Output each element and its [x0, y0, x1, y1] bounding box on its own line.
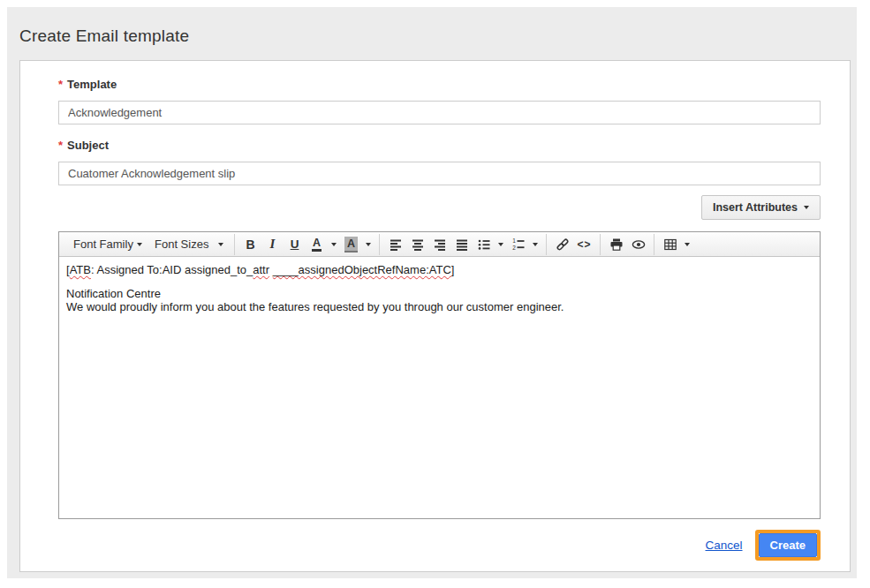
toolbar-group-format: B I U A A: [234, 234, 379, 255]
table-menu-button[interactable]: [681, 235, 693, 254]
table-button[interactable]: [659, 235, 681, 254]
cancel-link[interactable]: Cancel: [706, 539, 743, 552]
align-center-button[interactable]: [406, 235, 428, 254]
italic-icon: I: [270, 237, 276, 252]
template-input[interactable]: [58, 101, 821, 124]
required-asterisk: *: [58, 139, 63, 152]
print-button[interactable]: [605, 235, 627, 254]
numbered-list-button[interactable]: 12: [507, 235, 529, 254]
chevron-down-icon: [685, 243, 690, 246]
template-label: *Template: [58, 78, 821, 91]
svg-text:2: 2: [512, 244, 516, 250]
template-label-text: Template: [67, 78, 117, 91]
editor-line-1: [ATB: Assigned To:AID assigned_to_attr _…: [66, 263, 813, 276]
subject-label-text: Subject: [67, 139, 109, 152]
template-field-group: *Template: [58, 78, 821, 124]
background-color-menu-button[interactable]: [362, 235, 374, 254]
align-left-icon: [389, 237, 403, 252]
preview-button[interactable]: [627, 235, 649, 254]
required-asterisk: *: [58, 78, 63, 91]
form-panel: *Template *Subject Insert Attributes Fon…: [19, 60, 851, 572]
align-right-button[interactable]: [428, 235, 450, 254]
editor-toolbar: Font Family Font Sizes B I U A: [59, 232, 820, 257]
font-family-label: Font Family: [73, 237, 133, 251]
insert-attributes-button[interactable]: Insert Attributes: [701, 195, 821, 220]
toolbar-group-fonts: Font Family Font Sizes: [63, 234, 234, 255]
text-color-menu-button[interactable]: [328, 235, 340, 254]
align-right-icon: [433, 237, 447, 252]
align-justify-icon: [455, 237, 469, 252]
subject-input[interactable]: [58, 162, 821, 185]
underline-button[interactable]: U: [284, 235, 306, 254]
bullet-list-menu-button[interactable]: [495, 235, 507, 254]
bullet-list-icon: [477, 237, 491, 252]
chevron-down-icon: [366, 243, 371, 246]
insert-attributes-row: Insert Attributes: [58, 195, 821, 220]
editor-paragraph-2: Notification CentreWe would proudly info…: [66, 287, 813, 313]
rich-text-editor: Font Family Font Sizes B I U A: [58, 231, 821, 519]
editor-text-segment: attr: [253, 263, 269, 276]
editor-text-segment: : Assigned To:AID assigned_to_: [91, 263, 253, 276]
create-email-template-dialog: Create Email template *Template *Subject…: [7, 7, 857, 578]
insert-link-button[interactable]: [551, 235, 573, 254]
align-center-icon: [411, 237, 425, 252]
background-color-button[interactable]: A: [340, 235, 362, 254]
chevron-down-icon: [218, 243, 223, 246]
bold-icon: B: [246, 237, 254, 252]
underline-icon: U: [291, 237, 299, 251]
svg-text:1: 1: [512, 237, 516, 244]
toolbar-group-table: [654, 234, 698, 255]
toolbar-group-paragraph: 12: [379, 234, 546, 255]
preview-eye-icon: [632, 237, 646, 252]
bullet-list-button[interactable]: [473, 235, 495, 254]
italic-button[interactable]: I: [261, 235, 284, 254]
text-color-button[interactable]: A: [306, 235, 328, 254]
subject-label: *Subject: [58, 139, 821, 152]
editor-text-segment: ____assignedObjectRefName:ATC: [273, 263, 451, 276]
text-color-icon: A: [312, 237, 322, 252]
chevron-down-icon: [331, 243, 337, 246]
font-family-dropdown[interactable]: Font Family: [67, 235, 148, 254]
chevron-down-icon: [137, 243, 142, 246]
create-button[interactable]: Create: [759, 533, 817, 557]
toolbar-group-insert: <>: [546, 234, 600, 255]
chevron-down-icon: [533, 243, 538, 246]
form-actions-row: Cancel Create: [58, 530, 821, 561]
editor-line-2: Notification Centre: [66, 287, 161, 300]
numbered-list-icon: 12: [511, 237, 526, 252]
font-sizes-dropdown[interactable]: Font Sizes: [148, 235, 230, 254]
insert-link-icon: [556, 237, 570, 252]
print-icon: [609, 237, 624, 252]
numbered-list-menu-button[interactable]: [529, 235, 541, 254]
subject-field-group: *Subject: [58, 139, 821, 185]
font-sizes-label: Font Sizes: [155, 237, 208, 251]
create-button-focus-ring: Create: [755, 530, 821, 561]
insert-attributes-label: Insert Attributes: [713, 201, 798, 214]
table-icon: [663, 237, 677, 252]
chevron-down-icon: [804, 206, 809, 209]
source-code-icon: <>: [577, 238, 591, 251]
background-color-icon: A: [344, 237, 358, 253]
editor-content-area[interactable]: [ATB: Assigned To:AID assigned_to_attr _…: [59, 257, 820, 518]
editor-text-segment: ]: [451, 263, 455, 276]
editor-text-segment: ATB: [70, 263, 91, 276]
align-justify-button[interactable]: [450, 235, 473, 254]
page-title: Create Email template: [19, 7, 851, 60]
toolbar-group-output: [600, 234, 654, 255]
bold-button[interactable]: B: [239, 235, 261, 254]
editor-line-3: We would proudly inform you about the fe…: [66, 300, 564, 313]
align-left-button[interactable]: [384, 235, 406, 254]
source-code-button[interactable]: <>: [573, 235, 595, 254]
chevron-down-icon: [498, 243, 503, 246]
